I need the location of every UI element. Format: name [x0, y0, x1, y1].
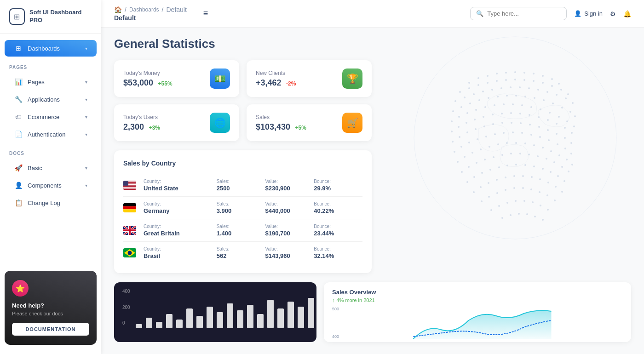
- stat-label-money: Today's Money: [123, 70, 172, 76]
- svg-point-23: [560, 89, 562, 91]
- chart-bar: [207, 307, 213, 328]
- col-label: Bounce:: [314, 224, 362, 229]
- value-value: $143,960: [265, 252, 314, 259]
- svg-point-212: [128, 251, 132, 255]
- search-box[interactable]: 🔍: [470, 7, 567, 20]
- current-page-title: Default: [114, 14, 187, 22]
- sidebar-item-applications[interactable]: 🔧 Applications ▾: [5, 91, 97, 108]
- svg-rect-201: [123, 187, 136, 188]
- sidebar-item-pages[interactable]: 📊 Pages ▾: [5, 74, 97, 90]
- svg-point-14: [477, 84, 479, 86]
- svg-point-116: [472, 152, 473, 154]
- components-icon: 👤: [14, 182, 23, 189]
- logo-text: Soft UI Dashboard PRO: [29, 9, 92, 24]
- country-name: Brasil: [144, 252, 217, 259]
- breadcrumb-dashboards[interactable]: Dashboards: [129, 6, 159, 13]
- stat-value-users: 2,300: [123, 122, 144, 131]
- logo-icon: ⊞: [9, 8, 25, 25]
- bell-icon[interactable]: 🔔: [623, 10, 631, 17]
- globe-decoration: [368, 28, 644, 257]
- svg-point-24: [567, 93, 569, 95]
- svg-point-25: [454, 100, 456, 102]
- svg-point-145: [481, 172, 483, 174]
- svg-point-64: [540, 108, 541, 110]
- documentation-button[interactable]: DOCUMENTATION: [12, 323, 89, 336]
- svg-point-15: [487, 82, 489, 84]
- stat-icon-users: 🌐: [210, 113, 230, 133]
- sidebar-item-dashboards[interactable]: ⊞ Dashboards ▾: [5, 40, 97, 57]
- svg-point-84: [452, 141, 454, 143]
- table-row: Country: Germany Sales: 3.900 Value: $44…: [123, 197, 362, 219]
- svg-point-54: [451, 120, 453, 122]
- search-input[interactable]: [487, 10, 561, 17]
- chart-bar: [298, 307, 304, 328]
- sidebar-item-authentication[interactable]: 📄 Authentication ▾: [5, 126, 97, 143]
- svg-point-2: [477, 77, 479, 79]
- menu-icon[interactable]: ≡: [203, 9, 208, 18]
- svg-rect-203: [123, 188, 136, 189]
- svg-point-5: [505, 72, 507, 74]
- svg-point-142: [568, 171, 569, 172]
- svg-point-186: [501, 217, 503, 219]
- svg-point-13: [468, 87, 470, 89]
- sidebar-item-components[interactable]: 👤 Components ▾: [5, 177, 97, 194]
- chart-bar: [237, 310, 243, 328]
- svg-rect-206: [123, 203, 136, 206]
- svg-rect-207: [123, 206, 136, 210]
- svg-rect-199: [123, 186, 136, 187]
- page-title: General Statistics: [114, 37, 631, 51]
- svg-point-42: [478, 99, 480, 101]
- svg-point-79: [538, 116, 540, 118]
- svg-point-28: [482, 91, 484, 92]
- sidebar-item-ecommerce[interactable]: 🏷 Ecommerce ▾: [5, 108, 97, 125]
- settings-icon[interactable]: ⚙: [610, 10, 616, 17]
- svg-point-16: [496, 80, 498, 82]
- stat-card-users: Today's Users 2,300 +3% 🌐: [114, 104, 239, 141]
- sign-in-button[interactable]: 👤 Sign in: [574, 10, 603, 17]
- svg-point-127: [566, 159, 568, 160]
- svg-point-181: [515, 200, 517, 202]
- content-area: General Statistics Today's Money $53,000…: [101, 28, 644, 354]
- stat-change-sales: +5%: [295, 125, 306, 131]
- table-row: Country: Brasil Sales: 562 Value: $143,9…: [123, 242, 362, 264]
- svg-point-138: [537, 155, 539, 157]
- svg-point-9: [542, 75, 544, 77]
- value-value: $440,000: [265, 207, 314, 214]
- svg-point-39: [452, 110, 454, 112]
- svg-point-60: [503, 103, 505, 105]
- chart-bar: [277, 308, 284, 328]
- svg-point-104: [494, 133, 496, 135]
- svg-point-148: [506, 165, 508, 166]
- svg-point-156: [473, 191, 475, 193]
- svg-point-45: [506, 95, 508, 97]
- svg-point-7: [523, 72, 525, 74]
- bar-chart-bars: [136, 291, 316, 328]
- svg-point-35: [546, 91, 548, 93]
- svg-point-111: [557, 143, 558, 145]
- svg-point-132: [484, 159, 486, 160]
- stat-change-clients: -2%: [286, 80, 296, 87]
- home-icon: 🏠: [114, 6, 122, 13]
- svg-point-100: [460, 146, 462, 148]
- sidebar-item-changelog[interactable]: 📋 Change Log: [5, 194, 97, 211]
- stats-grid: Today's Money $53,000 +55% 💵 New Clients…: [114, 60, 372, 141]
- svg-point-63: [530, 106, 532, 108]
- svg-point-3: [487, 75, 489, 77]
- svg-point-117: [480, 148, 482, 150]
- flag-de: [123, 203, 136, 212]
- svg-point-103: [485, 136, 487, 137]
- sales-overview-title: Sales Overview: [332, 289, 623, 296]
- svg-point-82: [564, 127, 566, 129]
- svg-point-27: [473, 93, 475, 95]
- help-card: ⭐ Need help? Please check our docs DOCUM…: [5, 271, 97, 345]
- bar-chart-card: 400 200 0: [114, 282, 316, 342]
- sidebar-item-basic[interactable]: 🚀 Basic ▾: [5, 160, 97, 176]
- svg-point-188: [518, 213, 520, 215]
- auth-icon: 📄: [14, 131, 23, 138]
- breadcrumb-default: Default: [167, 6, 187, 13]
- sales-country-title: Sales by Country: [123, 160, 362, 167]
- svg-point-43: [488, 97, 489, 99]
- svg-point-69: [451, 131, 453, 132]
- col-label: Bounce:: [314, 201, 362, 206]
- svg-point-115: [464, 156, 466, 158]
